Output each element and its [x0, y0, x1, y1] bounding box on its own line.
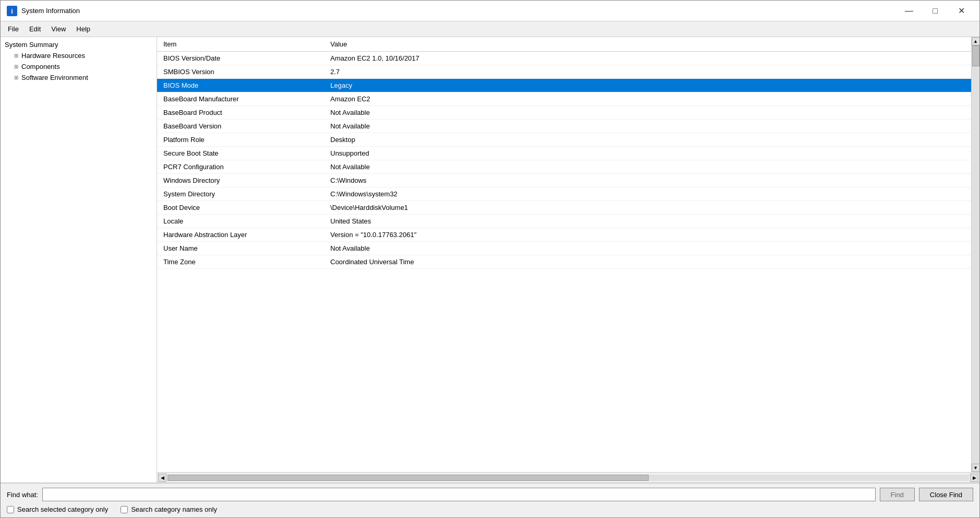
table-row[interactable]: System DirectoryC:\Windows\system32 — [157, 187, 971, 201]
table-cell-value: Amazon EC2 1.0, 10/16/2017 — [324, 52, 971, 65]
menu-edit[interactable]: Edit — [24, 23, 46, 35]
table-cell-item: Time Zone — [157, 255, 324, 269]
table-cell-value: Not Available — [324, 120, 971, 133]
table-row[interactable]: Platform RoleDesktop — [157, 133, 971, 147]
menu-file[interactable]: File — [3, 23, 24, 35]
software-environment-label: Software Environment — [21, 74, 88, 81]
window-title: System Information — [21, 7, 80, 15]
table-row[interactable]: Windows DirectoryC:\Windows — [157, 174, 971, 187]
search-names-text: Search category names only — [131, 505, 217, 513]
table-row[interactable]: BaseBoard ProductNot Available — [157, 106, 971, 120]
table-row[interactable]: User NameNot Available — [157, 242, 971, 255]
bottom-bar: Find what: Find Close Find Search select… — [1, 483, 979, 517]
system-summary-label: System Summary — [5, 41, 58, 49]
checkbox-row: Search selected category only Search cat… — [7, 505, 973, 513]
sidebar-item-hardware-resources[interactable]: ⊞ Hardware Resources — [1, 50, 157, 61]
table-cell-value: 2.7 — [324, 65, 971, 79]
table-cell-item: User Name — [157, 242, 324, 255]
table-row[interactable]: Hardware Abstraction LayerVersion = "10.… — [157, 228, 971, 242]
data-table[interactable]: Item Value BIOS Version/DateAmazon EC2 1… — [157, 37, 971, 472]
table-row[interactable]: Boot Device\Device\HarddiskVolume1 — [157, 201, 971, 215]
menu-bar: File Edit View Help — [1, 21, 979, 37]
expand-software-icon: ⊞ — [13, 75, 19, 80]
find-label: Find what: — [7, 491, 38, 499]
menu-help[interactable]: Help — [71, 23, 95, 35]
table-cell-item: Secure Boot State — [157, 147, 324, 160]
table-row[interactable]: SMBIOS Version2.7 — [157, 65, 971, 79]
scroll-right-button[interactable]: ▶ — [970, 474, 978, 482]
scroll-left-button[interactable]: ◀ — [158, 474, 166, 482]
table-cell-value: Version = "10.0.17763.2061" — [324, 228, 971, 242]
sidebar-item-software-environment[interactable]: ⊞ Software Environment — [1, 72, 157, 83]
horizontal-scrollbar[interactable]: ◀ ▶ — [157, 472, 979, 482]
search-names-label[interactable]: Search category names only — [121, 505, 217, 513]
column-header-value: Value — [324, 37, 971, 52]
table-cell-value: Amazon EC2 — [324, 92, 971, 106]
vertical-scrollbar[interactable]: ▲ ▼ — [971, 37, 979, 472]
table-row[interactable]: BIOS Version/DateAmazon EC2 1.0, 10/16/2… — [157, 52, 971, 65]
table-row[interactable]: LocaleUnited States — [157, 215, 971, 228]
table-cell-value: United States — [324, 215, 971, 228]
table-cell-value: \Device\HarddiskVolume1 — [324, 201, 971, 215]
scroll-down-button[interactable]: ▼ — [972, 464, 980, 472]
find-row: Find what: Find Close Find — [7, 488, 973, 501]
h-scroll-track[interactable] — [168, 475, 969, 481]
scroll-thumb[interactable] — [972, 45, 979, 66]
hardware-resources-label: Hardware Resources — [21, 52, 85, 60]
table-cell-item: Boot Device — [157, 201, 324, 215]
table-cell-item: BIOS Mode — [157, 79, 324, 92]
table-cell-item: BaseBoard Version — [157, 120, 324, 133]
sidebar-item-system-summary[interactable]: System Summary — [1, 39, 157, 50]
table-cell-item: PCR7 Configuration — [157, 160, 324, 174]
table-cell-value: C:\Windows — [324, 174, 971, 187]
search-selected-text: Search selected category only — [17, 505, 108, 513]
table-cell-item: Locale — [157, 215, 324, 228]
search-selected-checkbox[interactable] — [7, 506, 14, 513]
search-names-checkbox[interactable] — [121, 506, 128, 513]
right-panel: Item Value BIOS Version/DateAmazon EC2 1… — [157, 37, 979, 482]
table-cell-value: C:\Windows\system32 — [324, 187, 971, 201]
table-cell-value: Unsupported — [324, 147, 971, 160]
table-cell-item: Platform Role — [157, 133, 324, 147]
table-row[interactable]: BaseBoard VersionNot Available — [157, 120, 971, 133]
table-cell-item: Windows Directory — [157, 174, 324, 187]
table-row[interactable]: BIOS ModeLegacy — [157, 79, 971, 92]
find-button[interactable]: Find — [880, 488, 915, 501]
search-selected-label[interactable]: Search selected category only — [7, 505, 108, 513]
table-cell-item: SMBIOS Version — [157, 65, 324, 79]
close-button[interactable]: ✕ — [949, 3, 973, 19]
table-cell-item: BaseBoard Product — [157, 106, 324, 120]
minimize-button[interactable]: — — [897, 3, 921, 19]
components-label: Components — [21, 63, 60, 70]
menu-view[interactable]: View — [46, 23, 71, 35]
table-row[interactable]: Time ZoneCoordinated Universal Time — [157, 255, 971, 269]
table-cell-value: Not Available — [324, 160, 971, 174]
table-row[interactable]: PCR7 ConfigurationNot Available — [157, 160, 971, 174]
table-cell-value: Desktop — [324, 133, 971, 147]
sidebar-item-components[interactable]: ⊞ Components — [1, 61, 157, 72]
left-panel: System Summary ⊞ Hardware Resources ⊞ Co… — [1, 37, 157, 482]
title-bar: i System Information — □ ✕ — [1, 1, 979, 21]
table-cell-value: Not Available — [324, 106, 971, 120]
scroll-track[interactable] — [972, 45, 980, 464]
table-cell-value: Legacy — [324, 79, 971, 92]
expand-hardware-icon: ⊞ — [13, 53, 19, 58]
table-cell-item: BaseBoard Manufacturer — [157, 92, 324, 106]
table-cell-value: Coordinated Universal Time — [324, 255, 971, 269]
maximize-button[interactable]: □ — [923, 3, 947, 19]
h-scroll-thumb[interactable] — [168, 475, 649, 481]
svg-text:i: i — [11, 7, 13, 15]
scroll-up-button[interactable]: ▲ — [972, 37, 980, 45]
table-cell-item: BIOS Version/Date — [157, 52, 324, 65]
main-content: System Summary ⊞ Hardware Resources ⊞ Co… — [1, 37, 979, 483]
close-find-button[interactable]: Close Find — [919, 488, 973, 501]
table-row[interactable]: Secure Boot StateUnsupported — [157, 147, 971, 160]
table-cell-value: Not Available — [324, 242, 971, 255]
window-controls: — □ ✕ — [897, 3, 973, 19]
app-icon: i — [7, 6, 17, 16]
table-cell-item: System Directory — [157, 187, 324, 201]
table-row[interactable]: BaseBoard ManufacturerAmazon EC2 — [157, 92, 971, 106]
expand-components-icon: ⊞ — [13, 64, 19, 69]
find-input[interactable] — [42, 488, 876, 501]
table-cell-item: Hardware Abstraction Layer — [157, 228, 324, 242]
